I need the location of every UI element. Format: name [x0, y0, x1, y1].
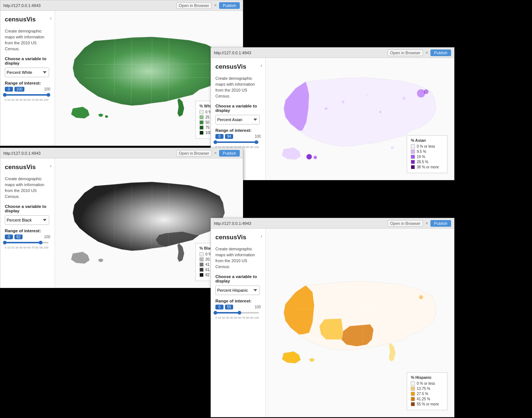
range-slider-1[interactable]	[5, 92, 48, 97]
us-map-hispanic	[275, 272, 445, 373]
legend-swatch-h2	[411, 392, 415, 396]
legend-swatch-b4	[200, 273, 204, 277]
legend-swatch-a0	[411, 144, 415, 148]
svg-point-3	[313, 156, 317, 159]
range-label-2: Range of interest:	[215, 128, 261, 133]
legend-swatch-b3	[200, 268, 204, 272]
variable-select-2[interactable]: Percent Asian	[215, 115, 260, 124]
range-slider-2[interactable]	[215, 140, 259, 145]
range-high-badge-2: 94	[225, 134, 233, 139]
svg-point-10	[419, 295, 423, 299]
legend-swatch-b0	[200, 252, 204, 256]
legend-swatch-w1	[200, 115, 204, 119]
legend-swatch-a1	[411, 150, 415, 154]
svg-point-1	[424, 89, 429, 94]
chrome-close-3[interactable]: ✕	[214, 151, 217, 155]
range-slider-4[interactable]	[215, 310, 259, 315]
legend-swatch-h4	[411, 402, 415, 406]
legend-item-a2: 19 %	[411, 155, 443, 159]
chrome-bar-2: http://127.0.0.1:4943 Open in Browser ✕ …	[211, 48, 454, 58]
range-label-3: Range of interest:	[5, 229, 50, 233]
sidebar-desc-1: Create demographic maps with information…	[5, 28, 50, 52]
legend-swatch-h1	[411, 387, 415, 391]
legend-swatch-b1	[200, 257, 204, 261]
sidebar-3: censusVis ‹ Create demographic maps with…	[0, 158, 55, 288]
publish-btn-4[interactable]: Publish	[430, 220, 451, 227]
range-max-label-4: 100	[255, 305, 261, 309]
legend-label-a2: 19 %	[417, 155, 425, 159]
choose-label-4: Choose a variable to display	[215, 274, 261, 283]
range-slider-3[interactable]	[5, 240, 48, 245]
app-body-4: censusVis ‹ Create demographic maps with…	[211, 229, 454, 417]
open-browser-btn-1[interactable]: Open in Browser	[176, 2, 212, 9]
url-bar-3[interactable]: http://127.0.0.1:4943	[3, 151, 174, 155]
publish-btn-1[interactable]: Publish	[219, 2, 240, 9]
variable-select-3[interactable]: Percent Black	[5, 215, 49, 225]
chrome-close-4[interactable]: ✕	[425, 221, 428, 225]
legend-title-asian: % Asian	[411, 138, 443, 143]
svg-point-8	[325, 107, 327, 110]
legend-label-h0: 0 % or less	[417, 381, 435, 386]
choose-label-3: Choose a variable to display	[5, 204, 50, 213]
publish-btn-3[interactable]: Publish	[219, 150, 240, 157]
legend-swatch-a2	[411, 155, 415, 159]
legend-item-h4: 55 % or more	[411, 402, 443, 406]
svg-point-7	[366, 94, 368, 96]
sidebar-desc-4: Create demographic maps with information…	[215, 246, 261, 270]
collapse-btn-3[interactable]: ‹	[50, 163, 52, 169]
legend-item-h1: 13.75 %	[411, 387, 443, 391]
sidebar-4: censusVis ‹ Create demographic maps with…	[211, 229, 266, 417]
legend-title-hispanic: % Hispanic	[411, 375, 443, 380]
legend-swatch-a4	[411, 165, 415, 169]
publish-btn-2[interactable]: Publish	[430, 49, 451, 56]
legend-swatch-a3	[411, 160, 415, 164]
sidebar-1: censusVis ‹ Create demographic maps with…	[0, 11, 55, 145]
variable-select-4[interactable]: Percent Hispanic	[215, 285, 260, 295]
range-high-badge-3: 82	[14, 234, 23, 239]
open-browser-btn-4[interactable]: Open in Browser	[388, 220, 423, 227]
legend-item-a4: 38 % or more	[411, 165, 443, 169]
legend-swatch-w4	[200, 131, 204, 135]
legend-swatch-w0	[200, 110, 204, 114]
chrome-bar-3: http://127.0.0.1:4943 Open in Browser ✕ …	[0, 148, 243, 158]
range-row-3: 0 82 100	[5, 234, 50, 239]
sidebar-desc-3: Create demographic maps with information…	[5, 176, 50, 200]
legend-swatch-h3	[411, 397, 415, 401]
svg-point-4	[341, 100, 344, 103]
legend-label-h3: 41.25 %	[417, 397, 430, 401]
legend-swatch-w3	[200, 126, 204, 130]
open-browser-btn-2[interactable]: Open in Browser	[388, 49, 423, 56]
chrome-bar-4: http://127.0.0.1:4943 Open in Browser ✕ …	[211, 218, 454, 229]
open-browser-btn-3[interactable]: Open in Browser	[176, 150, 212, 157]
chrome-close-2[interactable]: ✕	[425, 51, 428, 55]
panel-white: http://127.0.0.1:4943 Open in Browser ✕ …	[0, 0, 243, 146]
app-body-1: censusVis ‹ Create demographic maps with…	[0, 11, 243, 145]
sidebar-desc-2: Create demographic maps with information…	[215, 76, 261, 99]
url-bar-4[interactable]: http://127.0.0.1:4943	[214, 221, 385, 226]
panel-asian: http://127.0.0.1:4943 Open in Browser ✕ …	[211, 47, 454, 180]
range-label-1: Range of interest:	[5, 81, 50, 85]
panel-hispanic: http://127.0.0.1:4943 Open in Browser ✕ …	[211, 218, 454, 417]
url-bar-2[interactable]: http://127.0.0.1:4943	[214, 51, 385, 55]
svg-point-5	[379, 111, 381, 113]
legend-hispanic: % Hispanic 0 % or less 13.75 % 27.5 % 41…	[407, 372, 447, 410]
app-title-1: censusVis	[5, 16, 50, 23]
range-max-label-2: 100	[255, 134, 261, 138]
range-low-badge-2: 0	[215, 134, 224, 139]
range-low-badge-3: 0	[5, 234, 13, 239]
variable-select-1[interactable]: Percent White	[5, 68, 49, 77]
collapse-btn-2[interactable]: ‹	[260, 62, 262, 68]
collapse-btn-4[interactable]: ‹	[260, 233, 262, 239]
range-ticks-1: 010203040 5060708090100	[5, 98, 48, 102]
legend-label-a3: 28.5 %	[417, 160, 428, 164]
app-title-2: censusVis	[215, 63, 261, 71]
legend-swatch-h0	[411, 381, 415, 386]
legend-label-h1: 13.75 %	[417, 387, 430, 391]
collapse-btn-1[interactable]: ‹	[50, 15, 52, 21]
legend-label-a1: 9.5 %	[417, 150, 426, 154]
url-bar-1[interactable]: http://127.0.0.1:4943	[3, 3, 174, 8]
chrome-close-1[interactable]: ✕	[214, 3, 217, 7]
legend-label-a4: 38 % or more	[417, 165, 439, 169]
range-label-4: Range of interest:	[215, 299, 261, 303]
choose-label-1: Choose a variable to display	[5, 56, 50, 65]
